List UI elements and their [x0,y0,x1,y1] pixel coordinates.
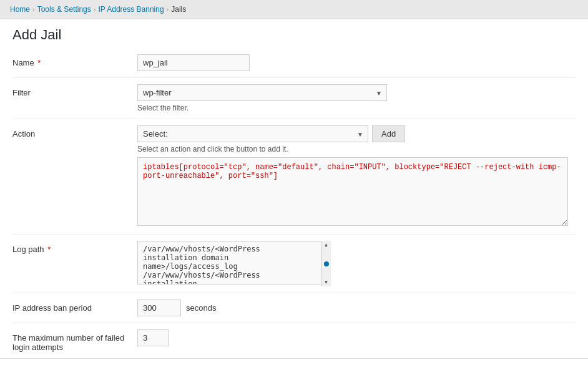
form-row-filter: Filter wp-filter ▼ Select the filter. [12,78,576,119]
form-row-ban-period: IP address ban period seconds [12,293,576,323]
scroll-thumb [324,261,329,266]
max-attempts-field [137,329,576,346]
breadcrumb-sep-3: › [167,6,169,13]
name-field [137,54,576,71]
page-wrapper: Home › Tools & Settings › IP Address Ban… [0,0,588,365]
logpath-textarea[interactable]: /var/www/vhosts/<WordPress installation … [137,241,331,285]
name-label: Name * [12,54,137,67]
form-row-action: Action Select: ▼ Add Select an action an… [12,119,576,235]
ban-period-unit: seconds [186,303,216,313]
breadcrumb-item-banning[interactable]: IP Address Banning [98,5,164,14]
breadcrumb-sep-1: › [32,6,35,13]
action-row: Select: ▼ Add [137,125,576,142]
name-input[interactable] [137,54,250,71]
page-title: Add Jail [0,19,588,48]
filter-select-wrapper: wp-filter ▼ [137,84,387,101]
breadcrumb-sep-2: › [94,6,96,13]
ban-period-label: IP address ban period [12,299,137,313]
logpath-field: /var/www/vhosts/<WordPress installation … [137,241,576,286]
logpath-wrapper: /var/www/vhosts/<WordPress installation … [137,241,331,286]
action-add-button[interactable]: Add [372,125,405,142]
breadcrumb: Home › Tools & Settings › IP Address Ban… [0,0,588,19]
action-field: Select: ▼ Add Select an action and click… [137,125,576,228]
breadcrumb-item-tools[interactable]: Tools & Settings [37,5,91,14]
action-textarea[interactable]: iptables[protocol="tcp", name="default",… [137,157,568,226]
max-attempts-label: The maximum number of failed login attem… [12,329,137,352]
name-required-star: * [36,58,41,67]
action-label: Action [12,125,137,139]
logpath-scrollbar: ▲ ▼ [321,241,331,286]
ban-period-row: seconds [137,299,576,316]
action-hint: Select an action and click the button to… [137,145,576,153]
logpath-label: Log path * [12,241,137,254]
scroll-up-icon[interactable]: ▲ [324,242,329,248]
form-footer: * Required fields OK Cancel [0,358,588,365]
form-row-max-attempts: The maximum number of failed login attem… [12,323,576,358]
filter-label: Filter [12,84,137,97]
ban-period-field: seconds [137,299,576,316]
action-select-wrapper: Select: ▼ [137,125,368,142]
form-row-name: Name * [12,48,576,78]
filter-hint: Select the filter. [137,104,576,112]
scroll-down-icon[interactable]: ▼ [324,280,329,285]
max-attempts-input[interactable] [137,329,169,346]
logpath-required-star: * [46,245,51,254]
form-row-logpath: Log path * /var/www/vhosts/<WordPress in… [12,235,576,293]
breadcrumb-item-jails: Jails [171,5,186,14]
form-container: Name * Filter wp-filter ▼ Select the fil… [0,48,588,358]
ban-period-input[interactable] [137,299,181,316]
breadcrumb-item-home[interactable]: Home [10,5,30,14]
filter-field: wp-filter ▼ Select the filter. [137,84,576,112]
filter-select[interactable]: wp-filter [137,84,387,101]
action-select[interactable]: Select: [137,125,368,142]
